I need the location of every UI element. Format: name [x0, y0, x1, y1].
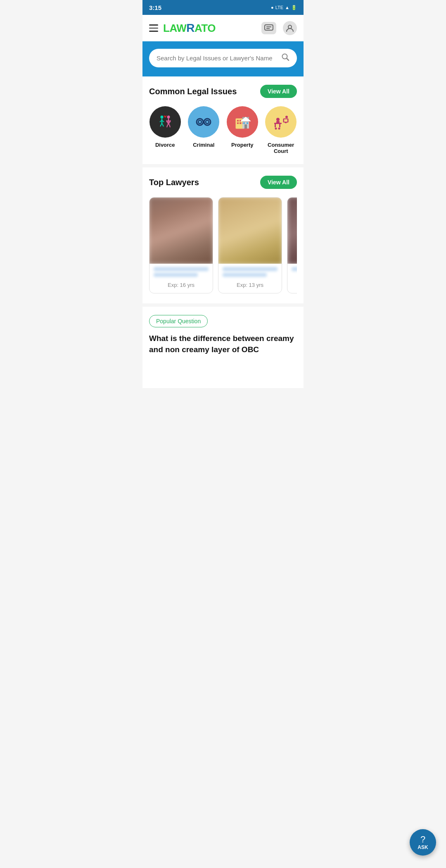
svg-line-16 [167, 124, 168, 127]
divorce-label: Divorce [155, 142, 175, 148]
svg-rect-0 [265, 25, 273, 30]
svg-rect-34 [243, 122, 245, 124]
chat-icon [264, 24, 273, 32]
lawyers-scroll-container[interactable]: Exp: 16 yrs Exp: 13 yrs Exp: [149, 197, 297, 293]
svg-rect-33 [244, 124, 247, 129]
svg-point-12 [167, 116, 170, 119]
svg-rect-43 [285, 122, 287, 123]
legal-issues-grid: Divorce Criminal [149, 106, 297, 154]
svg-line-5 [287, 58, 289, 60]
svg-point-19 [198, 120, 202, 124]
svg-point-18 [197, 119, 203, 125]
logo-r: R [186, 21, 195, 35]
popular-question-badge[interactable]: Popular Question [149, 315, 208, 327]
status-bar: 3:15 ● LTE ▲ 🔋 [142, 0, 304, 15]
svg-line-10 [160, 123, 162, 126]
svg-line-17 [169, 124, 170, 127]
logo[interactable]: LAWRATO [163, 21, 216, 35]
lawyer-name-blurred-2b [223, 273, 267, 277]
popular-question-section: Popular Question What is the difference … [142, 307, 304, 388]
lawyer-card-3[interactable]: Exp: [287, 197, 297, 293]
lawyer-exp-3: Exp: [287, 273, 297, 286]
logo-ato: ATO [195, 22, 216, 35]
lawyer-photo-3 [287, 198, 297, 264]
consumer-court-label: ConsumerCourt [268, 142, 294, 154]
top-lawyers-header: Top Lawyers View All [149, 176, 297, 189]
signal-dot: ● [271, 5, 274, 10]
lawyer-card-1[interactable]: Exp: 16 yrs [149, 197, 213, 293]
top-lawyers-section: Top Lawyers View All Exp: 16 yrs Exp: 13… [142, 167, 304, 303]
chat-button[interactable] [261, 22, 276, 34]
svg-rect-37 [275, 124, 276, 127]
lawyer-name-blurred-2 [223, 267, 278, 271]
svg-rect-35 [247, 122, 248, 124]
lawyer-exp-2: Exp: 13 yrs [218, 280, 282, 293]
top-lawyers-title: Top Lawyers [149, 178, 199, 187]
common-legal-issues-title: Common Legal Issues [149, 87, 237, 96]
svg-point-6 [160, 116, 163, 119]
svg-point-3 [288, 25, 292, 29]
svg-rect-36 [274, 123, 282, 124]
common-legal-issues-header: Common Legal Issues View All [149, 85, 297, 98]
lte-label: LTE [275, 5, 283, 10]
status-icons: ● LTE ▲ 🔋 [271, 5, 297, 10]
header: LAWRATO [142, 15, 304, 41]
svg-point-46 [278, 128, 280, 130]
property-label: Property [231, 142, 253, 148]
svg-rect-40 [276, 121, 280, 123]
property-icon [233, 113, 251, 131]
divorce-circle [149, 106, 181, 138]
search-bar[interactable] [149, 49, 297, 67]
divorce-icon [156, 113, 174, 131]
popular-question-text: What is the difference between creamy an… [149, 333, 297, 355]
consumer-circle [265, 106, 297, 138]
search-input[interactable] [157, 55, 278, 62]
lawyer-name-blurred-1b [154, 273, 198, 277]
lawyer-photo-container-2 [218, 198, 282, 264]
legal-issue-divorce[interactable]: Divorce [149, 106, 181, 154]
criminal-icon [195, 113, 213, 131]
logo-law: LAW [163, 22, 186, 35]
lawyer-photo-container-3 [287, 198, 297, 264]
lawyer-photo-2 [218, 198, 282, 264]
lawyer-photo-1 [149, 198, 213, 264]
status-time: 3:15 [149, 4, 161, 11]
legal-issue-consumer-court[interactable]: ConsumerCourt [265, 106, 297, 154]
signal-bars: ▲ [285, 5, 289, 10]
menu-button[interactable] [149, 24, 158, 32]
svg-rect-38 [279, 124, 280, 127]
legal-issue-criminal[interactable]: Criminal [188, 106, 220, 154]
profile-icon [286, 24, 294, 32]
property-circle [227, 106, 258, 138]
consumer-court-icon [272, 113, 290, 131]
svg-point-44 [285, 116, 288, 118]
svg-point-39 [276, 118, 280, 121]
legal-issues-view-all-button[interactable]: View All [260, 85, 297, 98]
lawyer-name-blurred-1 [154, 267, 209, 271]
svg-rect-27 [237, 122, 239, 124]
header-left: LAWRATO [149, 21, 216, 35]
header-right [261, 21, 297, 35]
criminal-label: Criminal [193, 142, 214, 148]
svg-point-20 [204, 119, 211, 125]
svg-rect-24 [237, 120, 239, 122]
lawyer-card-2[interactable]: Exp: 13 yrs [218, 197, 282, 293]
lawyer-photo-container-1 [149, 198, 213, 264]
search-icon [281, 53, 289, 63]
lawyer-name-blurred-3 [292, 267, 297, 271]
svg-point-45 [275, 128, 277, 130]
svg-line-11 [162, 123, 164, 126]
profile-button[interactable] [283, 21, 297, 35]
battery-icon: 🔋 [291, 5, 297, 10]
legal-issue-property[interactable]: Property [226, 106, 259, 154]
common-legal-issues-section: Common Legal Issues View All [142, 76, 304, 164]
svg-rect-28 [240, 122, 241, 124]
lawyer-exp-1: Exp: 16 yrs [149, 280, 213, 293]
criminal-circle [188, 106, 219, 138]
search-section [142, 41, 304, 76]
svg-rect-42 [284, 119, 287, 122]
svg-point-21 [206, 120, 209, 124]
lawyers-view-all-button[interactable]: View All [260, 176, 297, 189]
